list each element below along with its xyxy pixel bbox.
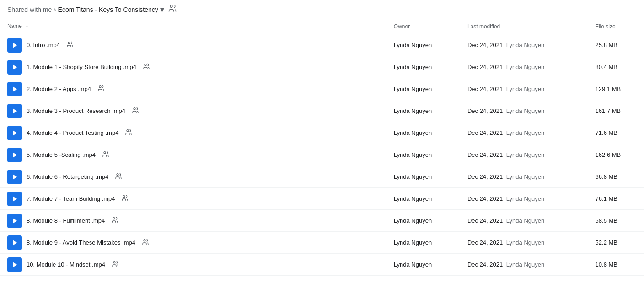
svg-point-2 — [68, 42, 70, 43]
file-type-icon — [7, 148, 22, 162]
table-row[interactable]: 4. Module 4 - Product Testing .mp4 Lynda… — [0, 122, 644, 144]
size-cell: 10.8 MB — [588, 254, 644, 276]
owner-cell: Lynda Nguyen — [386, 188, 460, 210]
modified-cell: Dec 24, 2021 Lynda Nguyen — [460, 232, 588, 254]
shared-users-icon — [121, 194, 129, 203]
file-name-cell: 3. Module 3 - Product Research .mp4 — [7, 104, 379, 118]
shared-users-icon — [132, 107, 139, 116]
file-name-cell: 10. Module 10 - Mindset .mp4 — [7, 257, 379, 272]
file-name-cell: 4. Module 4 - Product Testing .mp4 — [7, 126, 379, 140]
owner-cell: Lynda Nguyen — [386, 254, 460, 276]
svg-point-12 — [104, 151, 106, 153]
table-row[interactable]: 6. Module 6 - Retargeting .mp4 Lynda Ngu… — [0, 166, 644, 188]
size-cell: 66.8 MB — [588, 166, 644, 188]
modified-cell: Dec 24, 2021 Lynda Nguyen — [460, 34, 588, 56]
svg-marker-19 — [13, 240, 17, 245]
svg-point-18 — [113, 217, 115, 219]
file-type-icon — [7, 126, 22, 140]
file-name-label: 3. Module 3 - Product Research .mp4 — [27, 107, 125, 114]
file-name-cell: 5. Module 5 -Scaling .mp4 — [7, 148, 379, 162]
modified-cell: Dec 24, 2021 Lynda Nguyen — [460, 78, 588, 100]
file-type-icon — [7, 170, 22, 184]
svg-marker-9 — [13, 130, 17, 135]
svg-marker-13 — [13, 174, 17, 179]
file-name-cell: 0. Intro .mp4 — [7, 38, 379, 53]
size-cell: 25.8 MB — [588, 34, 644, 56]
modified-cell: Dec 24, 2021 Lynda Nguyen — [460, 210, 588, 232]
shared-users-icon — [125, 128, 132, 138]
modified-cell: Dec 24, 2021 Lynda Nguyen — [460, 100, 588, 122]
column-name[interactable]: Name ↑ — [0, 19, 386, 34]
size-cell: 71.6 MB — [588, 122, 644, 144]
breadcrumb-current-folder: Ecom Titans - Keys To Consistency ▾ — [58, 5, 164, 15]
modified-cell: Dec 24, 2021 Lynda Nguyen — [460, 188, 588, 210]
svg-marker-17 — [13, 218, 17, 223]
file-name-label: 2. Module 2 - Apps .mp4 — [27, 85, 91, 92]
file-name-label: 5. Module 5 -Scaling .mp4 — [27, 151, 96, 158]
owner-cell: Lynda Nguyen — [386, 166, 460, 188]
svg-marker-11 — [13, 152, 17, 157]
size-cell: 80.4 MB — [588, 56, 644, 78]
modified-cell: Dec 24, 2021 Lynda Nguyen — [460, 56, 588, 78]
table-row[interactable]: 3. Module 3 - Product Research .mp4 Lynd… — [0, 100, 644, 122]
breadcrumb: Shared with me › Ecom Titans - Keys To C… — [0, 0, 644, 19]
table-row[interactable]: 7. Module 7 - Team Building .mp4 Lynda N… — [0, 188, 644, 210]
column-file-size: File size — [588, 19, 644, 34]
shared-users-icon — [143, 63, 150, 72]
modified-cell: Dec 24, 2021 Lynda Nguyen — [460, 144, 588, 166]
shared-people-icon — [168, 4, 177, 15]
file-type-icon — [7, 82, 22, 96]
svg-point-14 — [117, 173, 118, 175]
size-cell: 162.6 MB — [588, 144, 644, 166]
shared-users-icon — [66, 41, 74, 50]
svg-point-8 — [134, 107, 135, 109]
table-row[interactable]: 0. Intro .mp4 Lynda NguyenDec 24, 2021 L… — [0, 34, 644, 56]
owner-cell: Lynda Nguyen — [386, 100, 460, 122]
table-row[interactable]: 2. Module 2 - Apps .mp4 Lynda NguyenDec … — [0, 78, 644, 100]
owner-cell: Lynda Nguyen — [386, 144, 460, 166]
file-type-icon — [7, 214, 22, 228]
breadcrumb-shared[interactable]: Shared with me — [7, 6, 52, 13]
file-name-cell: 1. Module 1 - Shopify Store Building .mp… — [7, 60, 379, 75]
svg-marker-3 — [13, 64, 17, 69]
owner-cell: Lynda Nguyen — [386, 34, 460, 56]
svg-point-10 — [127, 129, 129, 131]
svg-marker-15 — [13, 196, 17, 201]
file-name-label: 10. Module 10 - Mindset .mp4 — [27, 261, 105, 268]
file-type-icon — [7, 104, 22, 118]
sort-icon: ↑ — [25, 23, 28, 30]
owner-cell: Lynda Nguyen — [386, 210, 460, 232]
chevron-down-icon[interactable]: ▾ — [160, 5, 164, 15]
svg-point-0 — [170, 5, 172, 7]
svg-point-4 — [145, 64, 146, 65]
file-name-cell: 8. Module 8 - Fulfillment .mp4 — [7, 214, 379, 228]
file-name-label: 6. Module 6 - Retargeting .mp4 — [27, 173, 108, 180]
file-name-label: 8. Module 9 - Avoid These Mistakes .mp4 — [27, 239, 135, 246]
folder-name-label: Ecom Titans - Keys To Consistency — [58, 6, 158, 13]
file-name-label: 7. Module 7 - Team Building .mp4 — [27, 195, 115, 202]
table-row[interactable]: 1. Module 1 - Shopify Store Building .mp… — [0, 56, 644, 78]
shared-users-icon — [102, 150, 109, 160]
size-cell: 161.7 MB — [588, 100, 644, 122]
file-type-icon — [7, 192, 22, 206]
modified-cell: Dec 24, 2021 Lynda Nguyen — [460, 166, 588, 188]
shared-users-icon — [112, 260, 119, 269]
table-row[interactable]: 8. Module 8 - Fulfillment .mp4 Lynda Ngu… — [0, 210, 644, 232]
shared-users-icon — [115, 172, 122, 182]
file-name-label: 4. Module 4 - Product Testing .mp4 — [27, 129, 118, 136]
column-last-modified: Last modified — [460, 19, 588, 34]
table-row[interactable]: 8. Module 9 - Avoid These Mistakes .mp4 … — [0, 232, 644, 254]
file-name-cell: 8. Module 9 - Avoid These Mistakes .mp4 — [7, 235, 379, 250]
owner-cell: Lynda Nguyen — [386, 122, 460, 144]
size-cell: 52.2 MB — [588, 232, 644, 254]
table-header-row: Name ↑ Owner Last modified File size — [0, 19, 644, 34]
svg-point-22 — [113, 261, 115, 263]
table-row[interactable]: 10. Module 10 - Mindset .mp4 Lynda Nguye… — [0, 254, 644, 276]
modified-cell: Dec 24, 2021 Lynda Nguyen — [460, 254, 588, 276]
file-name-cell: 7. Module 7 - Team Building .mp4 — [7, 192, 379, 206]
file-name-cell: 2. Module 2 - Apps .mp4 — [7, 82, 379, 96]
svg-point-16 — [123, 195, 125, 197]
table-row[interactable]: 5. Module 5 -Scaling .mp4 Lynda NguyenDe… — [0, 144, 644, 166]
column-owner: Owner — [386, 19, 460, 34]
svg-point-20 — [144, 239, 145, 241]
